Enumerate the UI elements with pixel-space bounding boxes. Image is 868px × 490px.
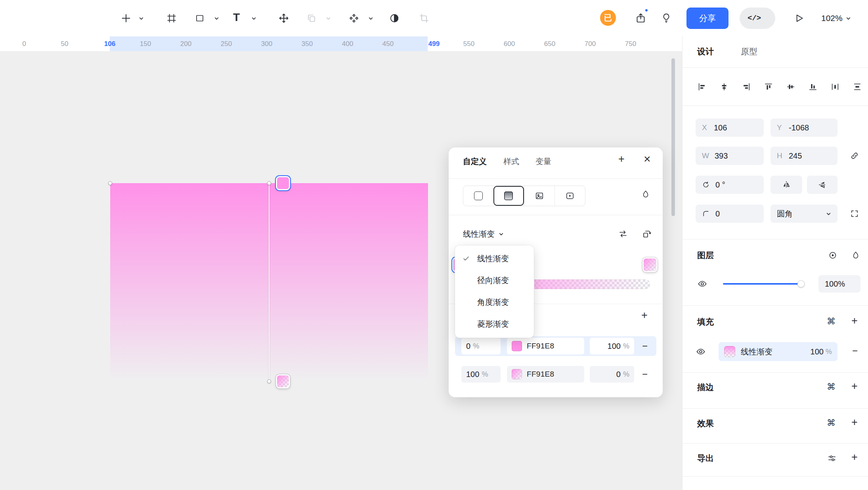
remove-stop-button[interactable]: − (642, 369, 648, 379)
fill-type-solid[interactable] (463, 186, 493, 206)
lightbulb-icon[interactable] (661, 13, 671, 23)
fill-opacity-value[interactable]: 100 (811, 347, 824, 356)
fill-visibility-eye-icon[interactable] (696, 347, 705, 356)
stop-opacity-field[interactable]: 0 % (590, 366, 634, 383)
panel-add-icon[interactable]: + (618, 154, 625, 164)
selection-corner-handle[interactable] (108, 181, 112, 185)
gradient-fill-icon (504, 191, 513, 200)
constrain-link-icon[interactable] (850, 151, 859, 160)
menu-item-diamond-gradient[interactable]: 菱形渐变 (455, 313, 534, 335)
panel-tab-variables[interactable]: 变量 (535, 156, 551, 167)
stop-opacity-field[interactable]: 100 % (590, 338, 634, 354)
align-left-icon[interactable] (698, 82, 706, 91)
width-field[interactable]: W 393 (696, 147, 764, 165)
menu-item-radial-gradient[interactable]: 径向渐变 (455, 270, 534, 291)
gradient-axis-start-dot[interactable] (267, 181, 271, 185)
panel-close-icon[interactable]: × (644, 152, 651, 166)
play-presentation-icon[interactable] (794, 13, 804, 23)
rotation-field[interactable]: 0 ° (696, 176, 764, 194)
add-effect-button[interactable]: + (851, 417, 858, 427)
reverse-gradient-icon[interactable] (618, 229, 628, 239)
dev-mode-toggle[interactable]: </> (740, 8, 775, 29)
stop-color-swatch[interactable] (512, 341, 522, 351)
h-label: H (777, 151, 783, 160)
add-fill-button[interactable]: + (851, 316, 858, 326)
user-avatar[interactable]: 已 (600, 10, 616, 26)
y-position-field[interactable]: Y -1068 (770, 119, 837, 137)
component-chevron-down-icon[interactable] (368, 16, 373, 21)
share-button[interactable]: 分享 (686, 8, 728, 29)
gradient-axis-line[interactable] (269, 183, 270, 381)
stop-position-field[interactable]: 100 % (461, 366, 501, 383)
add-export-button[interactable]: + (851, 452, 858, 462)
gradient-stop-row[interactable]: 100 % FF91E8 0 % − (455, 364, 656, 384)
x-position-field[interactable]: X 106 (696, 119, 764, 137)
corner-radius-field[interactable]: 0 (696, 205, 764, 223)
menu-item-linear-gradient[interactable]: 线性渐变 (455, 248, 534, 270)
panel-tab-custom[interactable]: 自定义 (463, 156, 487, 167)
eyedropper-droplet-icon[interactable] (641, 190, 650, 199)
gradient-axis-end-dot[interactable] (267, 379, 271, 383)
gradient-stop-handle-end[interactable] (276, 374, 290, 389)
tab-prototype[interactable]: 原型 (741, 46, 757, 57)
stroke-styles-icon[interactable]: ⌘ (827, 382, 835, 392)
zoom-control[interactable]: 102% (821, 8, 862, 29)
frame-tool[interactable] (166, 13, 177, 23)
fill-styles-icon[interactable]: ⌘ (827, 317, 835, 326)
remove-stop-button[interactable]: − (642, 341, 648, 351)
flip-vertical-button[interactable] (807, 176, 837, 194)
rotate-gradient-icon[interactable] (642, 229, 652, 239)
distribute-horizontal-icon[interactable] (831, 82, 839, 91)
align-vertical-center-icon[interactable] (786, 82, 795, 91)
fill-swatch[interactable] (724, 346, 735, 357)
corner-mode-value: 圆角 (777, 209, 793, 219)
insert-plus-tool[interactable] (120, 13, 132, 24)
opacity-droplet-icon[interactable] (851, 251, 860, 260)
move-pan-tool[interactable] (278, 13, 289, 24)
align-top-icon[interactable] (764, 82, 773, 91)
align-bottom-icon[interactable] (809, 82, 817, 91)
fill-type-video[interactable] (554, 186, 585, 206)
shape-tool[interactable] (195, 13, 205, 23)
blend-mode-icon[interactable] (828, 251, 837, 260)
effects-styles-icon[interactable]: ⌘ (827, 418, 835, 428)
gradient-stop-row[interactable]: 0 % FF91E8 100 % − (455, 336, 656, 356)
fill-type-image[interactable] (524, 186, 554, 206)
panel-tab-styles[interactable]: 样式 (503, 156, 519, 167)
mask-tool[interactable] (389, 13, 400, 23)
stop-color-field[interactable]: FF91E8 (507, 338, 584, 354)
horizontal-ruler[interactable]: 0 50 106 150 200 250 300 350 400 450 499… (0, 36, 682, 51)
menu-item-angular-gradient[interactable]: 角度渐变 (455, 291, 534, 313)
layer-visibility-eye-icon[interactable] (698, 279, 707, 289)
export-settings-sliders-icon[interactable] (828, 454, 836, 463)
flip-horizontal-button[interactable] (770, 176, 802, 194)
stop-position-field[interactable]: 0 % (461, 338, 501, 354)
shape-chevron-down-icon[interactable] (214, 16, 219, 21)
layer-opacity-field[interactable]: 100% (818, 275, 860, 293)
text-chevron-down-icon[interactable] (251, 16, 256, 21)
add-gradient-stop-button[interactable]: + (641, 310, 648, 320)
stop-color-swatch[interactable] (512, 369, 522, 379)
component-tool[interactable] (349, 13, 359, 23)
export-share-icon[interactable] (635, 13, 646, 23)
stop-color-field[interactable]: FF91E8 (507, 366, 584, 383)
align-right-icon[interactable] (742, 82, 751, 91)
gradient-type-dropdown[interactable]: 线性渐变 (460, 226, 507, 242)
fill-type-gradient[interactable] (493, 186, 524, 206)
remove-fill-button[interactable]: − (852, 346, 858, 356)
opacity-slider-knob[interactable] (797, 280, 805, 287)
fill-row[interactable]: 线性渐变 100 % (719, 342, 837, 361)
tab-design[interactable]: 设计 (697, 46, 714, 57)
insert-chevron-down-icon[interactable] (139, 16, 144, 21)
independent-corners-icon[interactable] (850, 209, 859, 218)
add-stroke-button[interactable]: + (851, 381, 858, 391)
gradient-bar-stop-end[interactable] (642, 257, 658, 272)
gradient-stop-handle-start[interactable] (276, 176, 290, 190)
corner-mode-select[interactable]: 圆角 (770, 205, 837, 223)
opacity-slider-track[interactable] (723, 283, 802, 285)
text-tool[interactable]: T (233, 11, 240, 24)
vertical-scrollbar[interactable] (671, 58, 675, 216)
distribute-vertical-icon[interactable] (853, 82, 862, 91)
height-field[interactable]: H 245 (770, 147, 837, 165)
align-horizontal-center-icon[interactable] (720, 82, 728, 91)
